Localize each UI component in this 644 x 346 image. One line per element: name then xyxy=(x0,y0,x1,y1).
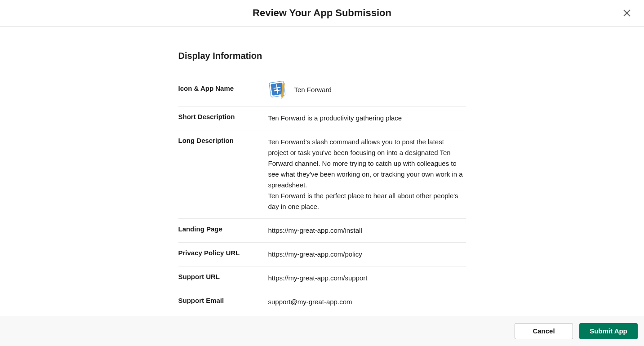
modal-footer: Cancel Submit App xyxy=(0,316,644,346)
field-value: support@my-great-app.com xyxy=(268,297,466,307)
field-label: Short Description xyxy=(178,113,268,124)
cancel-button[interactable]: Cancel xyxy=(515,323,573,339)
submit-app-button[interactable]: Submit App xyxy=(579,323,638,339)
field-value: Ten Forward is a productivity gathering … xyxy=(268,113,466,124)
field-landing-page: Landing Page https://my-great-app.com/in… xyxy=(178,219,466,243)
field-label: Support URL xyxy=(178,273,268,284)
app-name-text: Ten Forward xyxy=(294,84,332,95)
close-icon xyxy=(622,8,632,18)
svg-rect-7 xyxy=(282,83,284,84)
field-value: https://my-great-app.com/policy xyxy=(268,249,466,260)
modal-header: Review Your App Submission xyxy=(0,0,644,27)
field-value: Ten Forward xyxy=(268,80,466,100)
field-label: Landing Page xyxy=(178,225,268,236)
modal-title: Review Your App Submission xyxy=(253,7,391,19)
field-value: Ten Forward's slash command allows you t… xyxy=(268,137,466,212)
app-icon xyxy=(268,80,288,100)
field-value: https://my-great-app.com/support xyxy=(268,273,466,284)
app-name-row: Ten Forward xyxy=(268,80,466,100)
field-privacy-policy: Privacy Policy URL https://my-great-app.… xyxy=(178,243,466,266)
field-value: https://my-great-app.com/install xyxy=(268,225,466,236)
section-title: Display Information xyxy=(178,51,466,61)
field-support-email: Support Email support@my-great-app.com xyxy=(178,290,466,314)
field-short-description: Short Description Ten Forward is a produ… xyxy=(178,106,466,130)
long-description-p1: Ten Forward's slash command allows you t… xyxy=(268,137,466,191)
close-button[interactable] xyxy=(621,7,633,19)
field-label: Long Description xyxy=(178,137,268,212)
field-label: Support Email xyxy=(178,297,268,307)
field-support-url: Support URL https://my-great-app.com/sup… xyxy=(178,266,466,290)
field-label: Privacy Policy URL xyxy=(178,249,268,260)
field-label: Icon & App Name xyxy=(178,80,268,100)
modal-content: Display Information Icon & App Name xyxy=(178,27,466,346)
long-description-p2: Ten Forward is the perfect place to hear… xyxy=(268,191,466,212)
field-icon-app-name: Icon & App Name Ten Forward xyxy=(178,74,466,106)
field-long-description: Long Description Ten Forward's slash com… xyxy=(178,130,466,219)
